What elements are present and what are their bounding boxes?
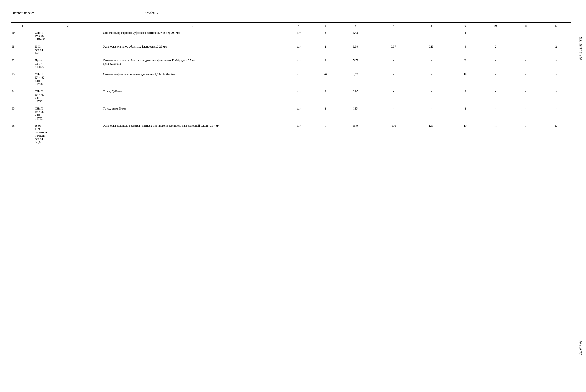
col-header-9: 9 (450, 22, 480, 29)
cell-col11: - (511, 43, 541, 57)
cell-col9: I9 (450, 122, 480, 146)
col-header-4: 4 (284, 22, 314, 29)
side-text-bottom: Сф 677-06 (579, 340, 582, 355)
cell-col6: I,I5 (337, 105, 374, 122)
cell-col9: 2 (450, 105, 480, 122)
cell-col12: 2 (541, 43, 571, 57)
cell-col6: I,43 (337, 29, 374, 43)
cell-col10: - (480, 88, 510, 105)
cell-col9: 3 (450, 43, 480, 57)
cell-col7: - (374, 71, 412, 88)
table-row: III6-I34эсн-84I2-IУстановка клапанов обр… (11, 43, 571, 57)
cell-col2: СНиПIУ-4-62ч.Пп.I792 (34, 88, 102, 105)
col-header-12: I2 (541, 22, 571, 29)
cell-col1: I2 (11, 57, 34, 71)
cell-col10: - (480, 29, 510, 43)
col-header-5: 5 (314, 22, 337, 29)
cell-col4: шт (284, 122, 314, 146)
header-title: Типовой проект (11, 11, 34, 15)
cell-col8: - (412, 88, 450, 105)
col-header-2: 2 (34, 22, 102, 29)
cell-col7: - (374, 29, 412, 43)
side-text-top: 907-1-11/85 (VI) (579, 37, 582, 60)
cell-col3: Стоимость клапанов обратных подъемных фл… (102, 57, 284, 71)
cell-col12: - (541, 29, 571, 43)
cell-col9: II (450, 57, 480, 71)
cell-col7: I0,7I (374, 122, 412, 146)
cell-col4: шт (284, 88, 314, 105)
table-row: I2Пр-нт23-07п.I-075IСтоимость клапанов о… (11, 57, 571, 71)
cell-col10: - (480, 57, 510, 71)
cell-col5: 2 (314, 43, 337, 57)
cell-col8: I,I3 (412, 122, 450, 146)
cell-col10: - (480, 105, 510, 122)
cell-col12: I2 (541, 122, 571, 146)
cell-col5: 2 (314, 88, 337, 105)
cell-col7: - (374, 105, 412, 122)
table-row: I0СНиПIУ-4-82ч.Шп.92Стоимость проходного… (11, 29, 571, 43)
col-header-6: 6 (337, 22, 374, 29)
cell-col1: I3 (11, 71, 34, 88)
cell-col3: Установка водоподо-гревателя пятисек-цио… (102, 122, 284, 146)
cell-col8: - (412, 57, 450, 71)
cell-col10: - (480, 71, 510, 88)
cell-col2: СНиПIУ-4-82ч.Шп.I790 (34, 71, 102, 88)
cell-col7: - (374, 88, 412, 105)
cell-col9: I9 (450, 71, 480, 88)
cell-col2: I6-I34эсн-84I2-I (34, 43, 102, 57)
main-table: I 2 3 4 5 6 7 8 9 I0 II I2 I0СНиПIУ-4-82… (11, 22, 571, 146)
cell-col6: 0,95 (337, 88, 374, 105)
col-header-3: 3 (102, 22, 284, 29)
col-header-1: I (11, 22, 34, 29)
cell-col1: II (11, 43, 34, 57)
cell-col2: Пр-нт23-07п.I-075I (34, 57, 102, 71)
cell-col12: - (541, 105, 571, 122)
cell-col2: СНиПIУ-4-82ч.Шп.I792 (34, 105, 102, 122)
cell-col12: - (541, 71, 571, 88)
cell-col2: СНиПIУ-4-82ч.Шп.92 (34, 29, 102, 43)
table-header-row: I 2 3 4 5 6 7 8 9 I0 II I2 (11, 22, 571, 29)
cell-col3: Стоимость проходного муфтового вентиля I… (102, 29, 284, 43)
cell-col11: - (511, 88, 541, 105)
header-album: Альбом VI (144, 11, 160, 15)
cell-col12: - (541, 88, 571, 105)
cell-col4: шт (284, 43, 314, 57)
cell-col2: I8-9II8-96по интер-поляцииэсн-843-I,6 (34, 122, 102, 146)
cell-col7: 0,97 (374, 43, 412, 57)
cell-col10: 2 (480, 43, 510, 57)
table-row: I5СНиПIУ-4-82ч.Шп.I792То же, диам.50 ммш… (11, 105, 571, 122)
cell-col1: I4 (11, 88, 34, 105)
cell-col3: То же, Д-40 мм (102, 88, 284, 105)
page-header: Типовой проект Альбом VI (11, 11, 571, 15)
cell-col3: То же, диам.50 мм (102, 105, 284, 122)
cell-col11: - (511, 71, 541, 88)
col-header-10: I0 (480, 22, 510, 29)
cell-col4: шт (284, 71, 314, 88)
cell-col8: - (412, 105, 450, 122)
col-header-11: II (511, 22, 541, 29)
table-row: I4СНиПIУ-4-62ч.Пп.I792То же, Д-40 ммшт20… (11, 88, 571, 105)
cell-col11: - (511, 57, 541, 71)
cell-col11: - (511, 105, 541, 122)
cell-col7: - (374, 57, 412, 71)
cell-col9: 4 (450, 29, 480, 43)
cell-col5: 2 (314, 57, 337, 71)
cell-col4: шт (284, 105, 314, 122)
cell-col6: I,68 (337, 43, 374, 57)
cell-col5: I (314, 122, 337, 146)
cell-col1: I5 (11, 105, 34, 122)
cell-col5: 26 (314, 71, 337, 88)
cell-col12: - (541, 57, 571, 71)
table-row: I6I8-9II8-96по интер-поляцииэсн-843-I,6У… (11, 122, 571, 146)
col-header-7: 7 (374, 22, 412, 29)
cell-col5: 3 (314, 29, 337, 43)
cell-col11: - (511, 29, 541, 43)
cell-col1: I0 (11, 29, 34, 43)
cell-col10: II (480, 122, 510, 146)
cell-col4: шт (284, 57, 314, 71)
cell-col8: - (412, 29, 450, 43)
cell-col9: 2 (450, 88, 480, 105)
cell-col8: 0,I3 (412, 43, 450, 57)
cell-col6: 5,7I (337, 57, 374, 71)
cell-col6: 0,73 (337, 71, 374, 88)
